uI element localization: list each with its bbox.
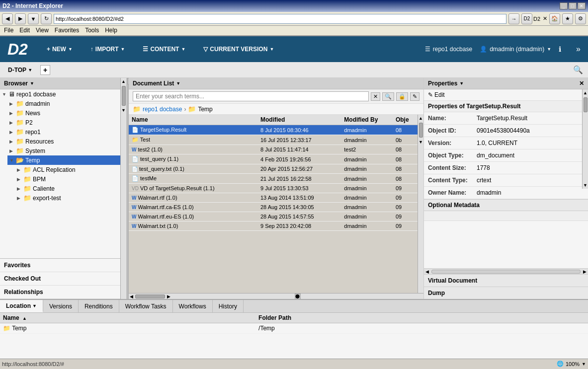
doc-list-scrollbar[interactable]: ▲ ▼ bbox=[418, 115, 423, 293]
table-row[interactable]: VD VD of TargetSetup.Result (1.1) 9 Jul … bbox=[129, 184, 418, 193]
expand-arrow: ▶ bbox=[17, 167, 22, 172]
table-row[interactable]: W test2 (1.0) 8 Jul 2015 11:47:14 test2 … bbox=[129, 145, 418, 154]
cell-modified-by: dmadmin bbox=[341, 221, 393, 231]
bottom-content: Name ▲ Folder Path 📁 Temp bbox=[0, 313, 588, 359]
tree-item-news[interactable]: ▶ 📁 News bbox=[7, 108, 120, 118]
breadcrumb-root[interactable]: repo1 docbase bbox=[143, 106, 182, 113]
tree-item-repo1[interactable]: ▶ 📁 repo1 bbox=[7, 127, 120, 137]
zoom-dropdown-btn[interactable]: ▼ bbox=[582, 362, 586, 367]
cell-modified: 20 Apr 2015 12:56:27 bbox=[257, 164, 341, 174]
lock-icon-btn[interactable]: 🔒 bbox=[396, 92, 408, 101]
tree-item-temp[interactable]: ▼ 📂 Temp bbox=[7, 155, 120, 165]
table-row[interactable]: W Walmart.rtf (1.0) 13 Aug 2014 13:51:09… bbox=[129, 193, 418, 203]
col-obj[interactable]: Obje bbox=[393, 115, 418, 125]
refresh-btn[interactable]: ↻ bbox=[41, 13, 52, 24]
menu-help[interactable]: Help bbox=[102, 26, 120, 35]
tree-item-resources[interactable]: ▶ 📁 Resources bbox=[7, 137, 120, 146]
col-name[interactable]: Name bbox=[129, 115, 257, 125]
tree-item-system[interactable]: ▶ 📁 System bbox=[7, 146, 120, 155]
menu-file[interactable]: File bbox=[1, 26, 16, 35]
forward-btn[interactable]: ▶ bbox=[15, 13, 26, 24]
optional-metadata-header[interactable]: Optional Metadata bbox=[424, 199, 588, 211]
dropdown-btn[interactable]: ▼ bbox=[28, 13, 39, 24]
prop-row-contenttype: Content Type: crtext bbox=[424, 174, 588, 187]
tree-item-export-test[interactable]: ▶ 📁 export-test bbox=[15, 193, 120, 203]
user-dropdown-arrow[interactable]: ▼ bbox=[547, 47, 551, 52]
edit-search-btn[interactable]: ✎ bbox=[410, 92, 420, 101]
menu-edit[interactable]: Edit bbox=[16, 26, 33, 35]
search-input[interactable] bbox=[133, 91, 369, 101]
import-button[interactable]: ↑ IMPORT ▼ bbox=[86, 43, 129, 55]
tree-label: Caliente bbox=[33, 185, 55, 192]
new-button[interactable]: + NEW ▼ bbox=[43, 43, 77, 55]
tab-location[interactable]: Location ▼ bbox=[0, 300, 43, 312]
menu-view[interactable]: View bbox=[33, 26, 52, 35]
table-row[interactable]: 📄 test_query (1.1) 4 Feb 2015 19:26:56 d… bbox=[129, 154, 418, 164]
tab-renditions[interactable]: Renditions bbox=[79, 300, 119, 312]
checked-out-section[interactable]: Checked Out bbox=[0, 272, 120, 286]
favorites-section[interactable]: Favorites bbox=[0, 259, 120, 272]
back-btn[interactable]: ◀ bbox=[2, 13, 13, 24]
tree-item-dmadmin[interactable]: ▶ 📁 dmadmin bbox=[7, 99, 120, 108]
add-tab-button[interactable]: + bbox=[40, 65, 50, 75]
sidebar-tree[interactable]: ▼ 🖥 repo1 docbase ▶ 📁 dmadmin ▶ bbox=[0, 89, 120, 258]
table-row[interactable]: W Walmart.txt (1.0) 9 Sep 2013 20:42:08 … bbox=[129, 221, 418, 231]
dtop-button[interactable]: D-TOP ▼ bbox=[5, 65, 35, 75]
props-vscrollbar[interactable]: ▲ ▼ bbox=[582, 89, 588, 189]
tab-versions[interactable]: Versions bbox=[43, 300, 79, 312]
menu-favorites[interactable]: Favorites bbox=[52, 26, 82, 35]
table-row[interactable]: 📄 testMe 21 Jul 2015 16:22:58 dmadmin 08 bbox=[129, 174, 418, 184]
tree-item-acl[interactable]: ▶ 📁 ACL Replication bbox=[15, 165, 120, 174]
tab-close-icon[interactable]: ✕ bbox=[543, 15, 547, 22]
folder-icon: 📁 bbox=[16, 147, 24, 154]
tree-item-repo1-root[interactable]: ▼ 🖥 repo1 docbase bbox=[0, 89, 120, 99]
content-button[interactable]: ☰ CONTENT ▼ bbox=[139, 43, 189, 55]
scroll-center-btn[interactable]: ⬤ bbox=[295, 294, 301, 299]
col-modified-by[interactable]: Modified By bbox=[341, 115, 393, 125]
clear-search-btn[interactable]: ✕ bbox=[371, 92, 380, 101]
edit-button[interactable]: ✎ Edit bbox=[428, 91, 445, 98]
go-btn[interactable]: → bbox=[508, 13, 519, 24]
favorites-btn[interactable]: ★ bbox=[562, 13, 573, 24]
virtual-document-header[interactable]: Virtual Document bbox=[424, 274, 588, 287]
expand-icon[interactable]: » bbox=[576, 45, 581, 54]
props-hscrollbar[interactable]: ◀ ▶ bbox=[424, 268, 588, 274]
cell-obj: 0b bbox=[393, 135, 418, 145]
tree-item-bpm[interactable]: ▶ 📁 BPM bbox=[15, 174, 120, 184]
home-btn[interactable]: 🏠 bbox=[549, 13, 560, 24]
close-btn[interactable]: ✕ bbox=[578, 2, 586, 9]
current-version-button[interactable]: ▽ CURRENT VERSION ▼ bbox=[199, 43, 278, 55]
minimize-btn[interactable]: _ bbox=[560, 2, 568, 9]
col-folder-path[interactable]: Folder Path bbox=[255, 313, 588, 323]
table-row[interactable]: 📄 TargetSetup.Result 8 Jul 2015 08:30:46… bbox=[129, 125, 418, 135]
dump-header[interactable]: Dump bbox=[424, 287, 588, 299]
restore-btn[interactable]: □ bbox=[569, 2, 577, 9]
close-properties-icon[interactable]: ✕ bbox=[579, 80, 584, 87]
info-button[interactable]: ℹ bbox=[559, 45, 561, 53]
global-search-icon[interactable]: 🔍 bbox=[573, 65, 583, 74]
menu-tools[interactable]: Tools bbox=[82, 26, 102, 35]
col-modified[interactable]: Modified bbox=[257, 115, 341, 125]
new-dropdown-arrow: ▼ bbox=[68, 47, 73, 52]
address-bar[interactable] bbox=[54, 14, 506, 24]
user-icon: 👤 bbox=[480, 46, 487, 53]
doc-list-hscrollbar[interactable]: ◀ ▶ ⬤ bbox=[129, 293, 423, 299]
table-row[interactable]: 📄 test_query.txt (0.1) 20 Apr 2015 12:56… bbox=[129, 164, 418, 174]
tools-btn[interactable]: ⚙ bbox=[575, 13, 586, 24]
tab-history[interactable]: History bbox=[213, 300, 244, 312]
search-button[interactable]: 🔍 bbox=[382, 92, 394, 101]
table-row[interactable]: W Walmart.rtf.ca-ES (1.0) 28 Aug 2015 14… bbox=[129, 203, 418, 212]
relationships-section[interactable]: Relationships bbox=[0, 286, 120, 299]
table-row[interactable]: W Walmart.rtf.eu-ES (1.0) 28 Aug 2015 14… bbox=[129, 212, 418, 221]
tree-item-caliente[interactable]: ▶ 📁 Caliente bbox=[15, 184, 120, 193]
prop-label-objecttype: Object Type: bbox=[424, 151, 474, 160]
tab-workflow-tasks[interactable]: Workflow Tasks bbox=[119, 300, 173, 312]
tree-item-p2[interactable]: ▶ 📁 P2 bbox=[7, 118, 120, 127]
tab-workflows[interactable]: Workflows bbox=[173, 300, 213, 312]
bottom-tab-bar: Location ▼ Versions Renditions Workflow … bbox=[0, 300, 588, 313]
sidebar-scrollbar[interactable]: ▲ ▼ bbox=[120, 78, 126, 299]
table-row[interactable]: 📁 Test 16 Jul 2015 12:33:17 dmadmin 0b bbox=[129, 135, 418, 145]
folder-icon: 📁 bbox=[16, 128, 24, 136]
col-location-name[interactable]: Name ▲ bbox=[0, 313, 255, 323]
address-input[interactable] bbox=[56, 16, 504, 22]
